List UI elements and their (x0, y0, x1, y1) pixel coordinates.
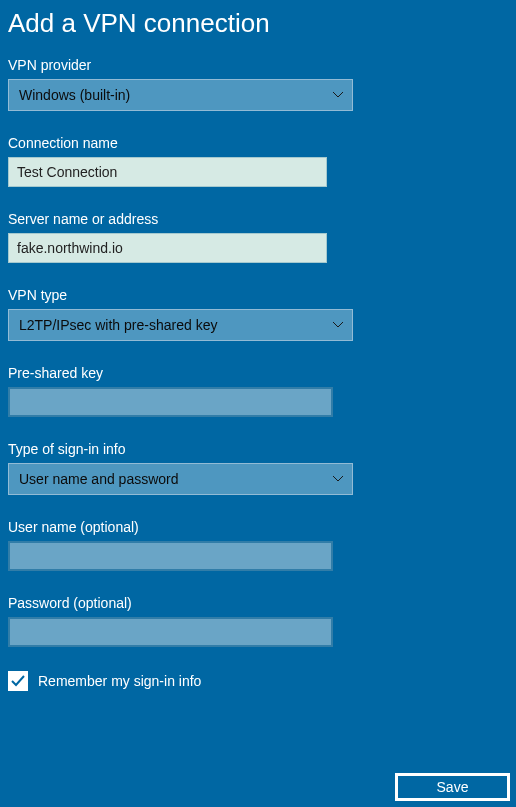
sign-in-type-select[interactable]: User name and password (8, 463, 353, 495)
remember-checkbox[interactable] (8, 671, 28, 691)
pre-shared-key-input[interactable] (8, 387, 333, 417)
sign-in-type-value: User name and password (19, 471, 179, 487)
vpn-provider-select[interactable]: Windows (built-in) (8, 79, 353, 111)
connection-name-input[interactable] (8, 157, 327, 187)
vpn-provider-label: VPN provider (8, 57, 508, 73)
save-button[interactable]: Save (395, 773, 510, 801)
vpn-type-value: L2TP/IPsec with pre-shared key (19, 317, 217, 333)
server-name-label: Server name or address (8, 211, 508, 227)
check-icon (10, 673, 26, 689)
pre-shared-key-label: Pre-shared key (8, 365, 508, 381)
vpn-provider-value: Windows (built-in) (19, 87, 130, 103)
password-label: Password (optional) (8, 595, 508, 611)
vpn-type-select[interactable]: L2TP/IPsec with pre-shared key (8, 309, 353, 341)
server-name-input[interactable] (8, 233, 327, 263)
password-input[interactable] (8, 617, 333, 647)
chevron-down-icon (332, 91, 344, 99)
sign-in-type-label: Type of sign-in info (8, 441, 508, 457)
connection-name-label: Connection name (8, 135, 508, 151)
username-label: User name (optional) (8, 519, 508, 535)
chevron-down-icon (332, 321, 344, 329)
chevron-down-icon (332, 475, 344, 483)
remember-label: Remember my sign-in info (38, 673, 201, 689)
page-title: Add a VPN connection (8, 8, 508, 39)
username-input[interactable] (8, 541, 333, 571)
vpn-type-label: VPN type (8, 287, 508, 303)
